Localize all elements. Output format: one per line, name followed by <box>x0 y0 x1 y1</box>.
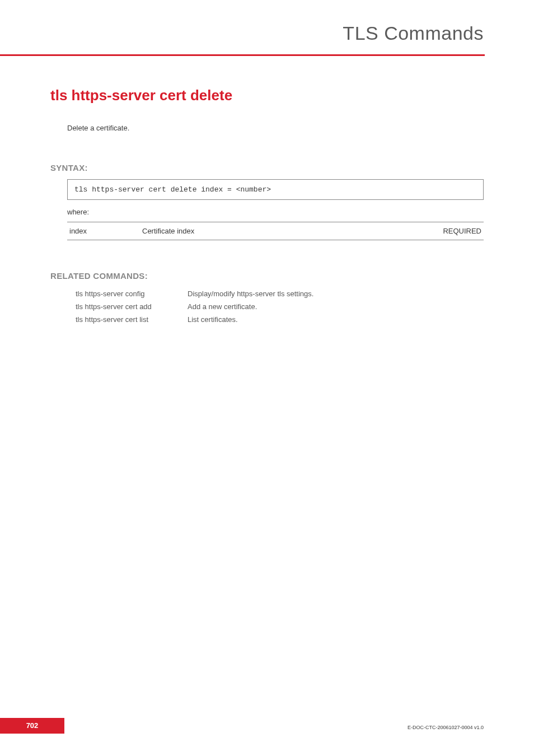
related-cmd: tls https-server cert list <box>76 313 188 326</box>
syntax-command-box: tls https-server cert delete index = <nu… <box>67 179 484 200</box>
related-section: RELATED COMMANDS: tls https-server confi… <box>50 271 484 326</box>
related-desc: List certificates. <box>188 313 313 326</box>
section-description: Delete a certificate. <box>67 124 484 132</box>
related-cmd: tls https-server config <box>76 287 188 300</box>
param-name: index <box>67 222 140 240</box>
header-underline <box>0 54 485 56</box>
page-footer: 702 E-DOC-CTC-20061027-0004 v1.0 <box>0 717 534 734</box>
table-row: tls https-server config Display/modify h… <box>76 287 313 300</box>
page-content: tls https-server cert delete Delete a ce… <box>0 56 534 326</box>
related-cmd: tls https-server cert add <box>76 300 188 313</box>
syntax-label: SYNTAX: <box>50 163 484 172</box>
section-title: tls https-server cert delete <box>50 87 484 104</box>
related-desc: Display/modify https-server tls settings… <box>188 287 313 300</box>
table-row: tls https-server cert add Add a new cert… <box>76 300 313 313</box>
related-label: RELATED COMMANDS: <box>50 271 484 281</box>
table-row: tls https-server cert list List certific… <box>76 313 313 326</box>
params-table: index Certificate index REQUIRED <box>67 222 484 240</box>
page-header: TLS Commands <box>0 0 534 56</box>
table-row: index Certificate index REQUIRED <box>67 222 484 240</box>
where-label: where: <box>67 208 484 216</box>
param-desc: Certificate index <box>140 222 428 240</box>
related-desc: Add a new certificate. <box>188 300 313 313</box>
doc-id: E-DOC-CTC-20061027-0004 v1.0 <box>407 725 484 730</box>
page-number: 702 <box>0 718 64 734</box>
param-req: REQUIRED <box>428 222 484 240</box>
related-table: tls https-server config Display/modify h… <box>76 287 313 326</box>
header-title: TLS Commands <box>0 0 484 44</box>
